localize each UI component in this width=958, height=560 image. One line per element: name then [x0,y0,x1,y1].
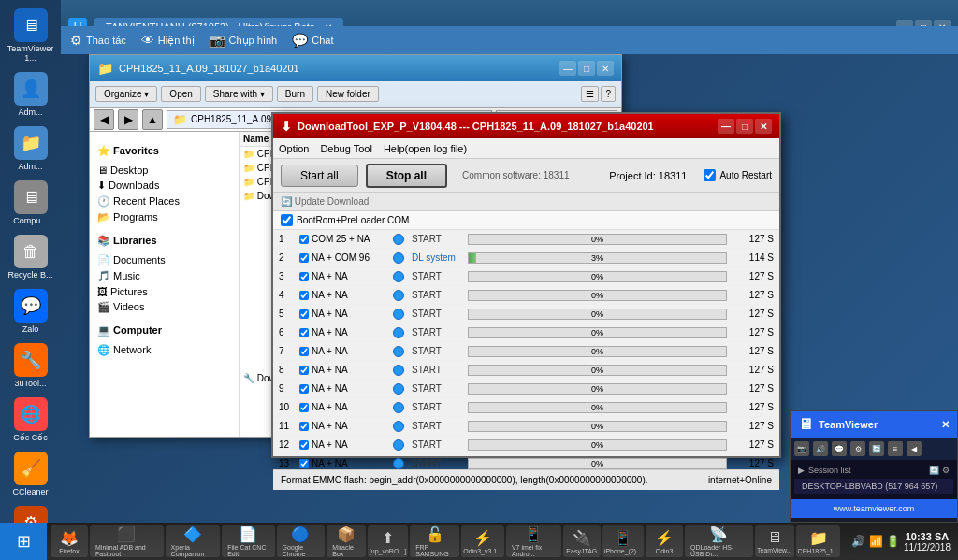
taskbar-upvnro[interactable]: ⬆ [up_vnRO...] [368,525,409,557]
update-download-btn[interactable]: 🔄 Update Download [281,196,369,207]
taskbar-miracle[interactable]: 📦 Miracle Box [327,525,365,557]
taskbar-imei[interactable]: 📱 V7 imei fix Andro... [506,525,561,557]
tv-mic-icon[interactable]: 🔊 [813,441,828,456]
row-checkbox[interactable] [299,272,309,281]
organize-btn[interactable]: Organize ▾ [95,86,157,102]
taskbar-firefox[interactable]: 🦊 Firefox [51,525,88,557]
taskbar-xperia[interactable]: 🔷 Xperia Companion [166,525,221,557]
help-btn[interactable]: ? [601,86,616,102]
view-btn[interactable]: ☰ [581,86,599,102]
taskbar-odin3b[interactable]: ⚡ Odin3 [646,525,683,557]
tv-camera-icon[interactable]: 📷 [794,441,809,456]
sidebar-item-adm2[interactable]: 📁 Adm... [3,122,59,175]
option-menu[interactable]: Option [279,143,309,154]
table-row[interactable]: 4 NA + NA START 0% 127 S [273,286,779,305]
chat-menu[interactable]: 💬 Chat [292,33,333,48]
desktop-item[interactable]: 🖥 Desktop [94,163,235,178]
chup-hinh-menu[interactable]: 📷 Chụp hình [210,33,278,48]
taskbar-filecat[interactable]: 📄 File Cat CNC Edit [222,525,274,557]
taskbar-iphone[interactable]: 📱 iPhone_(2)... [602,525,644,557]
tv-arrow-icon[interactable]: ◀ [907,441,922,456]
up-btn[interactable]: ▲ [142,109,163,130]
sidebar-item-adm1[interactable]: 👤 Adm... [3,68,59,121]
share-btn[interactable]: Share with ▾ [205,86,273,102]
sidebar-item-zalo[interactable]: 💬 Zalo [3,285,59,337]
row-checkbox[interactable] [299,459,309,468]
sidebar-item-computer[interactable]: 🖥 Compu... [3,177,59,229]
back-btn[interactable]: ◀ [94,109,114,130]
dt-maximize-btn[interactable]: □ [736,119,753,134]
taskbar-odin3[interactable]: ⚡ Odin3_v3.1... [461,525,503,557]
sidebar-item-ccleaner[interactable]: 🧹 CCleaner [3,448,59,500]
dt-minimize-btn[interactable]: — [718,119,734,134]
taskbar-frp[interactable]: 🔓 FRP SAMSUNG [410,525,459,557]
table-row[interactable]: 7 NA + NA START 0% 127 S [273,342,779,361]
taskbar-cph[interactable]: 📁 CPH1825_1... [796,525,840,557]
row-checkbox[interactable] [299,347,309,356]
tv-expand-icon[interactable]: ▶ [798,466,805,475]
music-item[interactable]: 🎵 Music [94,268,235,284]
fe-minimize-btn[interactable]: — [559,61,576,76]
help-menu[interactable]: Help(open log file) [384,143,467,154]
row-checkbox[interactable] [299,309,309,319]
tv-refresh-icon[interactable]: 🔄 [869,441,884,456]
tv-settings-icon[interactable]: ⚙ [850,441,865,456]
table-row[interactable]: 3 NA + NA START 0% 127 S [273,267,779,286]
hien-thi-menu[interactable]: 👁 Hiện thị [141,33,195,48]
recent-places-item[interactable]: 🕐 Recent Places [94,194,235,209]
table-row[interactable]: 2 NA + COM 96 DL system 3% 114 S [273,249,779,267]
new-folder-btn[interactable]: New folder [317,86,379,102]
table-row[interactable]: 5 NA + NA START 0% 127 S [273,305,779,323]
auto-restart-checkbox[interactable]: Auto Restart [704,169,772,181]
table-row[interactable]: 6 NA + NA START 0% 127 S [273,323,779,342]
sidebar-item-coccoc[interactable]: 🌐 Cốc Cốc [3,394,59,446]
row-checkbox[interactable] [299,384,309,394]
videos-item[interactable]: 🎬 Videos [94,299,235,315]
burn-btn[interactable]: Burn [277,86,313,102]
network-item[interactable]: 🌐 Network [94,342,235,358]
taskbar-qdloader[interactable]: 📡 QDLoader HS-USB Dr... [685,525,753,557]
start-all-button[interactable]: Start all [281,165,358,187]
tv-session-item[interactable]: DESKTOP-LBBVABD (517 964 657) [794,479,953,494]
tv-footer[interactable]: www.teamviewer.com [791,499,957,518]
row-checkbox[interactable] [299,440,309,450]
row-checkbox[interactable] [299,422,309,431]
documents-item[interactable]: 📄 Documents [94,252,235,268]
tv-chat-icon[interactable]: 💬 [832,441,847,456]
taskbar-easyjtag[interactable]: 🔌 EasyJTAG [563,525,601,557]
taskbar-chrome[interactable]: 🔵 Google Chrome [277,525,326,557]
fe-close-btn[interactable]: ✕ [597,61,614,76]
thao-tac-menu[interactable]: ⚙ Thao tác [70,33,126,48]
sidebar-item-recycle[interactable]: 🗑 Recycle B... [3,231,59,283]
auto-restart-check[interactable] [704,169,716,181]
table-row[interactable]: 1 COM 25 + NA START 0% 127 S [273,230,779,249]
table-row[interactable]: 10 NA + NA START 0% 127 S [273,398,779,417]
table-row[interactable]: 8 NA + NA START 0% 127 S [273,361,779,380]
row-checkbox[interactable] [299,291,309,300]
taskbar-tv[interactable]: 🖥 TeamView... [755,525,794,557]
sidebar-item-teamviewer[interactable]: 🖥 TeamViewer 1... [3,5,59,66]
fe-maximize-btn[interactable]: □ [578,61,595,76]
programs-item[interactable]: 📂 Programs [94,209,235,225]
table-row[interactable]: 13 NA + NA START 0% 127 S [273,454,779,469]
forward-btn[interactable]: ▶ [118,109,138,130]
table-row[interactable]: 12 NA + NA START 0% 127 S [273,436,779,454]
pictures-item[interactable]: 🖼 Pictures [94,284,235,299]
start-button[interactable]: ⊞ [0,523,47,560]
row-checkbox[interactable] [299,366,309,375]
tv-close-btn[interactable]: ✕ [941,419,950,431]
downloads-item[interactable]: ⬇ Downloads [94,178,235,194]
row-checkbox[interactable] [299,253,309,263]
row-checkbox[interactable] [299,328,309,337]
bootrom-checkbox[interactable] [281,214,293,226]
row-checkbox[interactable] [299,403,309,412]
open-btn[interactable]: Open [161,86,200,102]
tv-more-icon[interactable]: ≡ [888,441,903,456]
sidebar-item-3utool[interactable]: 🔧 3uTool... [3,339,59,392]
taskbar-adb[interactable]: ⬛ Minimal ADB and Fastboot [90,525,164,557]
debug-menu[interactable]: Debug Tool [320,143,371,154]
stop-all-button[interactable]: Stop all [366,164,447,188]
row-checkbox[interactable] [299,235,309,244]
dt-close-btn[interactable]: ✕ [755,119,772,134]
table-row[interactable]: 9 NA + NA START 0% 127 S [273,380,779,398]
